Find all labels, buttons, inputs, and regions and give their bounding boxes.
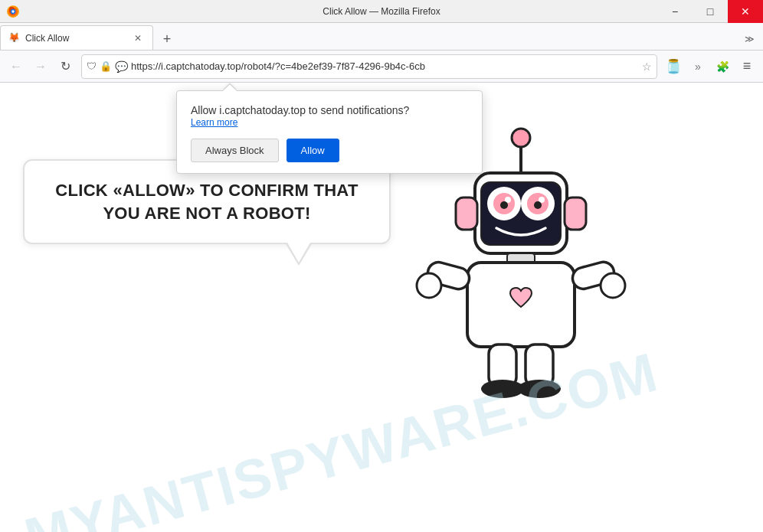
svg-point-4 [11, 10, 14, 12]
close-button[interactable]: ✕ [728, 0, 763, 23]
tab-list-button[interactable]: ≫ [738, 28, 760, 50]
maximize-button[interactable]: □ [693, 0, 728, 23]
svg-point-27 [481, 380, 524, 398]
lock-icon: 🔒 [100, 60, 112, 72]
titlebar-title: Click Allow — Mozilla Firefox [323, 6, 440, 17]
browser-content: MYANTISPYWARE.COM Allow i.captchatoday.t… [0, 83, 763, 532]
tabbar: 🦊 Click Allow ✕ + ≫ [0, 23, 763, 51]
toolbar: ← → ↻ 🛡 🔒 💬 ☆ 🫙 » 🧩 ≡ [0, 51, 763, 83]
svg-point-24 [601, 273, 625, 298]
forward-button[interactable]: → [29, 55, 52, 78]
svg-rect-9 [565, 197, 586, 230]
svg-point-6 [512, 129, 530, 147]
notification-buttons: Always Block Allow [191, 139, 468, 162]
svg-point-18 [534, 201, 542, 209]
extensions-area[interactable]: » [686, 55, 709, 78]
always-block-button[interactable]: Always Block [191, 139, 279, 162]
bookmark-star-icon[interactable]: ☆ [642, 60, 652, 73]
notification-question: Allow i.captchatoday.top to send notific… [191, 104, 409, 116]
svg-rect-8 [456, 197, 477, 230]
toolbar-right: 🫙 » 🧩 ≡ [662, 55, 758, 78]
reload-button[interactable]: ↻ [54, 55, 77, 78]
extensions-button[interactable]: 🧩 [711, 55, 734, 78]
svg-point-22 [417, 273, 441, 298]
shield-icon: 🛡 [87, 60, 97, 72]
menu-button[interactable]: ≡ [735, 55, 758, 78]
learn-more-link[interactable]: Learn more [191, 117, 468, 128]
tab-title: Click Allow [25, 33, 128, 44]
svg-point-28 [518, 380, 561, 398]
pocket-button[interactable]: 🫙 [662, 55, 685, 78]
back-button[interactable]: ← [5, 55, 28, 78]
tab-close-button[interactable]: ✕ [131, 31, 145, 45]
allow-button[interactable]: Allow [287, 139, 339, 162]
address-input[interactable] [131, 60, 639, 72]
message-text: CLICK «ALLOW» TO CONFIRM THAT YOU ARE NO… [49, 179, 365, 224]
titlebar: Click Allow — Mozilla Firefox − □ ✕ [0, 0, 763, 23]
address-bar[interactable]: 🛡 🔒 💬 ☆ [81, 54, 657, 79]
tab-favicon: 🦊 [8, 32, 21, 44]
minimize-button[interactable]: − [657, 0, 693, 23]
titlebar-icon [6, 5, 20, 18]
active-tab[interactable]: 🦊 Click Allow ✕ [0, 25, 153, 50]
notification-icon: 💬 [115, 60, 128, 73]
notification-popup: Allow i.captchatoday.top to send notific… [176, 90, 483, 174]
new-tab-button[interactable]: + [156, 28, 178, 50]
svg-point-17 [500, 201, 508, 209]
titlebar-controls: − □ ✕ [657, 0, 763, 23]
